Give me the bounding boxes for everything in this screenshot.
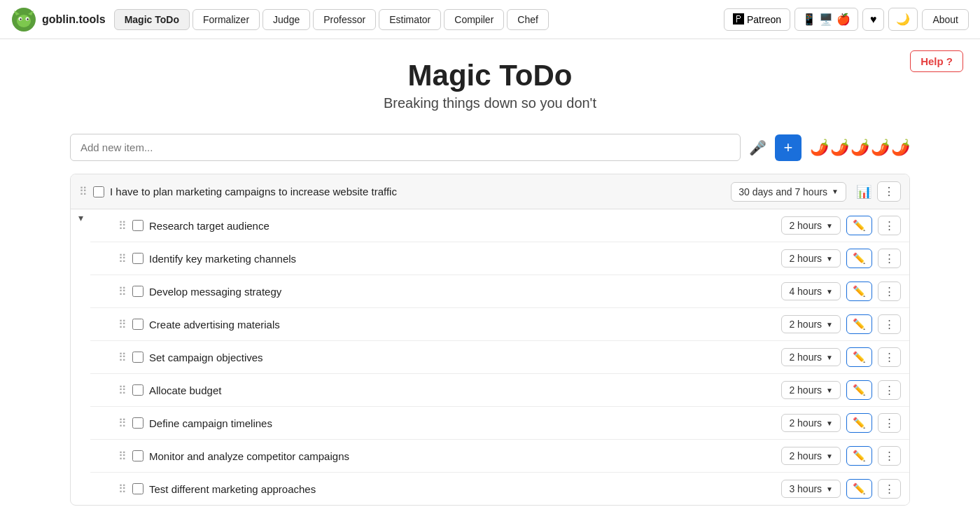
child-task-more-btn[interactable]: ⋮ — [878, 314, 901, 334]
parent-task-text: I have to plan marketing campaigns to in… — [110, 186, 725, 197]
parent-task-more-btn[interactable]: ⋮ — [877, 181, 901, 202]
child-task-more-btn[interactable]: ⋮ — [878, 413, 901, 433]
parent-task-checkbox[interactable] — [93, 186, 104, 197]
child-task-checkbox[interactable] — [132, 319, 144, 330]
nav-chef[interactable]: Chef — [507, 9, 549, 30]
child-task-duration-btn[interactable]: 2 hours ▼ — [781, 216, 841, 235]
child-task-more-btn[interactable]: ⋮ — [878, 216, 901, 235]
child-task-edit-btn[interactable]: ✏️ — [846, 413, 872, 433]
apps-icon: 📱 🖥️ 🍎 — [802, 13, 850, 25]
child-task-duration-btn[interactable]: 2 hours ▼ — [781, 315, 841, 333]
child-duration-value: 2 hours — [789, 417, 822, 429]
pencil-icon: ✏️ — [853, 482, 866, 495]
child-task-text: Identify key marketing channels — [149, 253, 776, 265]
child-task-checkbox[interactable] — [132, 417, 144, 429]
child-task-edit-btn[interactable]: ✏️ — [846, 249, 872, 268]
child-drag-handle[interactable]: ⠿ — [118, 482, 127, 496]
nav-formalizer[interactable]: Formalizer — [192, 9, 260, 30]
child-task-duration-btn[interactable]: 3 hours ▼ — [781, 480, 841, 498]
darkmode-button[interactable]: 🌙 — [888, 8, 918, 31]
apps-icon-button[interactable]: 📱 🖥️ 🍎 — [794, 8, 858, 31]
child-duration-caret-icon: ▼ — [826, 222, 833, 230]
child-task-edit-btn[interactable]: ✏️ — [846, 282, 872, 301]
parent-drag-handle[interactable]: ⠿ — [79, 185, 88, 198]
nav-compiler[interactable]: Compiler — [444, 9, 504, 30]
about-button[interactable]: About — [922, 9, 969, 30]
child-task-duration-btn[interactable]: 4 hours ▼ — [781, 282, 841, 300]
child-task-edit-btn[interactable]: ✏️ — [846, 216, 872, 235]
svg-point-5 — [27, 18, 28, 20]
spice-3[interactable]: 🌶️ — [850, 139, 869, 157]
add-button[interactable]: + — [775, 134, 802, 161]
child-drag-handle[interactable]: ⠿ — [118, 252, 127, 265]
child-task-edit-btn[interactable]: ✏️ — [846, 446, 872, 466]
nav-professor[interactable]: Professor — [313, 9, 376, 30]
pencil-icon: ✏️ — [853, 450, 866, 462]
child-task-checkbox[interactable] — [132, 483, 144, 494]
child-task-duration-btn[interactable]: 2 hours ▼ — [781, 414, 841, 432]
chart-icon[interactable]: 📊 — [856, 184, 872, 200]
patreon-button[interactable]: 🅿 Patreon — [724, 8, 790, 31]
page-subtitle: Breaking things down so you don't — [11, 95, 969, 111]
brand-name: goblin.tools — [42, 13, 106, 26]
mic-button[interactable]: 🎤 — [746, 137, 769, 159]
child-duration-caret-icon: ▼ — [826, 452, 833, 460]
child-task-more-btn[interactable]: ⋮ — [878, 249, 901, 268]
more-dots-icon: ⋮ — [884, 318, 895, 331]
child-task-more-btn[interactable]: ⋮ — [878, 282, 901, 301]
spice-4[interactable]: 🌶️ — [871, 139, 890, 157]
add-item-input[interactable] — [70, 134, 741, 161]
heart-button[interactable]: ♥ — [862, 8, 885, 31]
child-drag-handle[interactable]: ⠿ — [118, 285, 127, 298]
spice-2[interactable]: 🌶️ — [830, 139, 849, 157]
nav-estimator[interactable]: Estimator — [379, 9, 441, 30]
moon-icon: 🌙 — [896, 13, 910, 25]
child-task-checkbox[interactable] — [132, 253, 144, 264]
child-drag-handle[interactable]: ⠿ — [118, 417, 127, 430]
more-dots-icon: ⋮ — [884, 351, 895, 363]
child-task-text: Test different marketing approaches — [149, 483, 776, 495]
child-task-row: ⠿ Research target audience 2 hours ▼ ✏️ … — [90, 209, 909, 242]
child-duration-value: 2 hours — [789, 253, 822, 264]
mic-icon: 🎤 — [749, 140, 766, 155]
task-list: ⠿ I have to plan marketing campaigns to … — [70, 174, 910, 506]
parent-task-duration-btn[interactable]: 30 days and 7 hours ▼ — [731, 182, 846, 202]
expand-button[interactable]: ▾ — [77, 211, 85, 225]
child-task-more-btn[interactable]: ⋮ — [878, 446, 901, 466]
child-task-checkbox[interactable] — [132, 286, 144, 297]
help-button[interactable]: Help ? — [910, 50, 963, 72]
child-task-checkbox[interactable] — [132, 352, 144, 363]
child-task-duration-btn[interactable]: 2 hours ▼ — [781, 447, 841, 465]
child-task-edit-btn[interactable]: ✏️ — [846, 347, 872, 367]
expand-col: ▾ — [71, 209, 90, 505]
spice-5[interactable]: 🌶️ — [891, 139, 910, 157]
child-task-checkbox[interactable] — [132, 220, 144, 231]
child-drag-handle[interactable]: ⠿ — [118, 351, 127, 364]
child-task-duration-btn[interactable]: 2 hours ▼ — [781, 249, 841, 268]
child-task-edit-btn[interactable]: ✏️ — [846, 479, 872, 499]
child-task-duration-btn[interactable]: 2 hours ▼ — [781, 348, 841, 366]
child-drag-handle[interactable]: ⠿ — [118, 384, 127, 397]
more-dots-icon: ⋮ — [884, 417, 895, 429]
child-tasks-container: ⠿ Research target audience 2 hours ▼ ✏️ … — [90, 209, 909, 505]
child-task-more-btn[interactable]: ⋮ — [878, 380, 901, 400]
child-task-more-btn[interactable]: ⋮ — [878, 347, 901, 367]
spice-selector[interactable]: 🌶️ 🌶️ 🌶️ 🌶️ 🌶️ — [810, 139, 910, 157]
child-task-text: Allocate budget — [149, 384, 776, 396]
child-drag-handle[interactable]: ⠿ — [118, 450, 127, 463]
child-task-duration-btn[interactable]: 2 hours ▼ — [781, 381, 841, 399]
child-task-more-btn[interactable]: ⋮ — [878, 479, 901, 499]
child-task-checkbox[interactable] — [132, 384, 144, 396]
child-drag-handle[interactable]: ⠿ — [118, 318, 127, 331]
child-task-row: ⠿ Test different marketing approaches 3 … — [90, 473, 909, 505]
child-task-text: Research target audience — [149, 220, 776, 232]
nav-magic-todo[interactable]: Magic ToDo — [114, 9, 190, 30]
child-task-edit-btn[interactable]: ✏️ — [846, 380, 872, 400]
parent-task-duration-value: 30 days and 7 hours — [738, 186, 827, 197]
child-drag-handle[interactable]: ⠿ — [118, 219, 127, 232]
nav-judge[interactable]: Judge — [262, 9, 310, 30]
child-task-checkbox[interactable] — [132, 450, 144, 461]
child-task-edit-btn[interactable]: ✏️ — [846, 314, 872, 334]
spice-1[interactable]: 🌶️ — [810, 139, 829, 157]
pencil-icon: ✏️ — [853, 417, 866, 429]
